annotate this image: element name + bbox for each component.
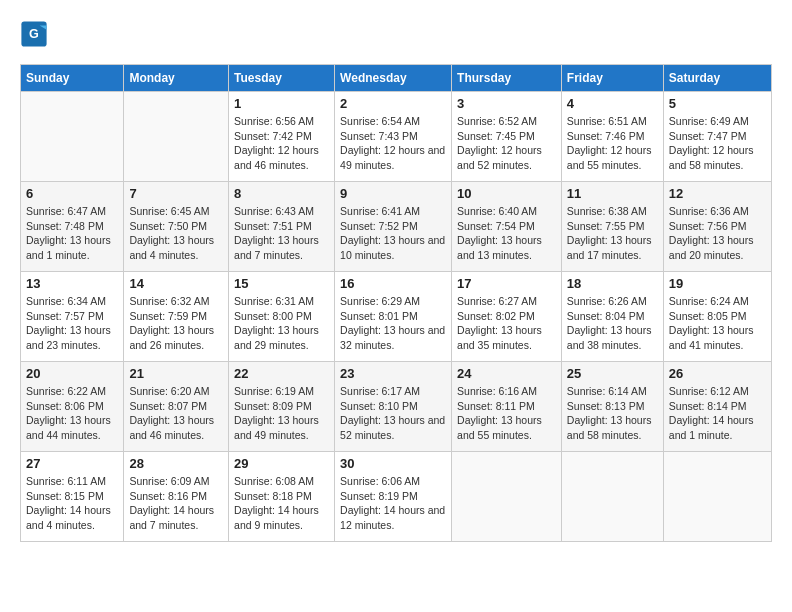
calendar-cell: 20Sunrise: 6:22 AM Sunset: 8:06 PM Dayli…	[21, 362, 124, 452]
day-info: Sunrise: 6:47 AM Sunset: 7:48 PM Dayligh…	[26, 204, 118, 263]
calendar-week-row: 27Sunrise: 6:11 AM Sunset: 8:15 PM Dayli…	[21, 452, 772, 542]
day-number: 24	[457, 366, 556, 381]
calendar-cell: 12Sunrise: 6:36 AM Sunset: 7:56 PM Dayli…	[663, 182, 771, 272]
calendar-cell: 10Sunrise: 6:40 AM Sunset: 7:54 PM Dayli…	[452, 182, 562, 272]
calendar-cell: 16Sunrise: 6:29 AM Sunset: 8:01 PM Dayli…	[335, 272, 452, 362]
calendar-cell	[452, 452, 562, 542]
day-info: Sunrise: 6:09 AM Sunset: 8:16 PM Dayligh…	[129, 474, 223, 533]
day-number: 29	[234, 456, 329, 471]
day-number: 4	[567, 96, 658, 111]
day-number: 19	[669, 276, 766, 291]
calendar-cell	[21, 92, 124, 182]
day-number: 8	[234, 186, 329, 201]
day-info: Sunrise: 6:27 AM Sunset: 8:02 PM Dayligh…	[457, 294, 556, 353]
day-info: Sunrise: 6:11 AM Sunset: 8:15 PM Dayligh…	[26, 474, 118, 533]
day-number: 16	[340, 276, 446, 291]
day-info: Sunrise: 6:52 AM Sunset: 7:45 PM Dayligh…	[457, 114, 556, 173]
day-info: Sunrise: 6:14 AM Sunset: 8:13 PM Dayligh…	[567, 384, 658, 443]
logo: G	[20, 20, 52, 48]
calendar-cell: 22Sunrise: 6:19 AM Sunset: 8:09 PM Dayli…	[229, 362, 335, 452]
calendar-cell	[561, 452, 663, 542]
day-number: 12	[669, 186, 766, 201]
day-number: 26	[669, 366, 766, 381]
day-number: 21	[129, 366, 223, 381]
calendar-header-row: SundayMondayTuesdayWednesdayThursdayFrid…	[21, 65, 772, 92]
calendar-cell: 30Sunrise: 6:06 AM Sunset: 8:19 PM Dayli…	[335, 452, 452, 542]
calendar-cell: 24Sunrise: 6:16 AM Sunset: 8:11 PM Dayli…	[452, 362, 562, 452]
calendar-cell: 28Sunrise: 6:09 AM Sunset: 8:16 PM Dayli…	[124, 452, 229, 542]
day-number: 15	[234, 276, 329, 291]
day-info: Sunrise: 6:29 AM Sunset: 8:01 PM Dayligh…	[340, 294, 446, 353]
day-number: 18	[567, 276, 658, 291]
calendar-table: SundayMondayTuesdayWednesdayThursdayFrid…	[20, 64, 772, 542]
day-info: Sunrise: 6:12 AM Sunset: 8:14 PM Dayligh…	[669, 384, 766, 443]
calendar-cell: 2Sunrise: 6:54 AM Sunset: 7:43 PM Daylig…	[335, 92, 452, 182]
calendar-cell: 29Sunrise: 6:08 AM Sunset: 8:18 PM Dayli…	[229, 452, 335, 542]
day-info: Sunrise: 6:43 AM Sunset: 7:51 PM Dayligh…	[234, 204, 329, 263]
day-info: Sunrise: 6:19 AM Sunset: 8:09 PM Dayligh…	[234, 384, 329, 443]
day-info: Sunrise: 6:08 AM Sunset: 8:18 PM Dayligh…	[234, 474, 329, 533]
calendar-cell: 14Sunrise: 6:32 AM Sunset: 7:59 PM Dayli…	[124, 272, 229, 362]
day-number: 5	[669, 96, 766, 111]
svg-text:G: G	[29, 27, 39, 41]
calendar-cell	[124, 92, 229, 182]
day-info: Sunrise: 6:54 AM Sunset: 7:43 PM Dayligh…	[340, 114, 446, 173]
day-number: 28	[129, 456, 223, 471]
day-info: Sunrise: 6:34 AM Sunset: 7:57 PM Dayligh…	[26, 294, 118, 353]
day-info: Sunrise: 6:56 AM Sunset: 7:42 PM Dayligh…	[234, 114, 329, 173]
calendar-day-header: Thursday	[452, 65, 562, 92]
day-number: 6	[26, 186, 118, 201]
day-number: 14	[129, 276, 223, 291]
page-header: G	[20, 20, 772, 48]
day-info: Sunrise: 6:45 AM Sunset: 7:50 PM Dayligh…	[129, 204, 223, 263]
day-info: Sunrise: 6:40 AM Sunset: 7:54 PM Dayligh…	[457, 204, 556, 263]
calendar-day-header: Sunday	[21, 65, 124, 92]
day-number: 11	[567, 186, 658, 201]
calendar-cell: 25Sunrise: 6:14 AM Sunset: 8:13 PM Dayli…	[561, 362, 663, 452]
day-info: Sunrise: 6:49 AM Sunset: 7:47 PM Dayligh…	[669, 114, 766, 173]
logo-icon: G	[20, 20, 48, 48]
day-info: Sunrise: 6:41 AM Sunset: 7:52 PM Dayligh…	[340, 204, 446, 263]
day-info: Sunrise: 6:17 AM Sunset: 8:10 PM Dayligh…	[340, 384, 446, 443]
calendar-cell: 11Sunrise: 6:38 AM Sunset: 7:55 PM Dayli…	[561, 182, 663, 272]
day-info: Sunrise: 6:16 AM Sunset: 8:11 PM Dayligh…	[457, 384, 556, 443]
day-info: Sunrise: 6:06 AM Sunset: 8:19 PM Dayligh…	[340, 474, 446, 533]
calendar-day-header: Monday	[124, 65, 229, 92]
day-info: Sunrise: 6:36 AM Sunset: 7:56 PM Dayligh…	[669, 204, 766, 263]
calendar-day-header: Saturday	[663, 65, 771, 92]
calendar-cell: 9Sunrise: 6:41 AM Sunset: 7:52 PM Daylig…	[335, 182, 452, 272]
calendar-week-row: 20Sunrise: 6:22 AM Sunset: 8:06 PM Dayli…	[21, 362, 772, 452]
calendar-cell: 15Sunrise: 6:31 AM Sunset: 8:00 PM Dayli…	[229, 272, 335, 362]
day-number: 1	[234, 96, 329, 111]
calendar-day-header: Friday	[561, 65, 663, 92]
day-number: 22	[234, 366, 329, 381]
day-info: Sunrise: 6:26 AM Sunset: 8:04 PM Dayligh…	[567, 294, 658, 353]
day-info: Sunrise: 6:51 AM Sunset: 7:46 PM Dayligh…	[567, 114, 658, 173]
calendar-week-row: 13Sunrise: 6:34 AM Sunset: 7:57 PM Dayli…	[21, 272, 772, 362]
day-number: 2	[340, 96, 446, 111]
calendar-cell: 8Sunrise: 6:43 AM Sunset: 7:51 PM Daylig…	[229, 182, 335, 272]
day-number: 13	[26, 276, 118, 291]
day-info: Sunrise: 6:31 AM Sunset: 8:00 PM Dayligh…	[234, 294, 329, 353]
calendar-cell	[663, 452, 771, 542]
calendar-cell: 5Sunrise: 6:49 AM Sunset: 7:47 PM Daylig…	[663, 92, 771, 182]
calendar-cell: 21Sunrise: 6:20 AM Sunset: 8:07 PM Dayli…	[124, 362, 229, 452]
day-info: Sunrise: 6:38 AM Sunset: 7:55 PM Dayligh…	[567, 204, 658, 263]
day-number: 25	[567, 366, 658, 381]
calendar-cell: 3Sunrise: 6:52 AM Sunset: 7:45 PM Daylig…	[452, 92, 562, 182]
calendar-cell: 17Sunrise: 6:27 AM Sunset: 8:02 PM Dayli…	[452, 272, 562, 362]
calendar-cell: 27Sunrise: 6:11 AM Sunset: 8:15 PM Dayli…	[21, 452, 124, 542]
calendar-cell: 19Sunrise: 6:24 AM Sunset: 8:05 PM Dayli…	[663, 272, 771, 362]
calendar-cell: 6Sunrise: 6:47 AM Sunset: 7:48 PM Daylig…	[21, 182, 124, 272]
day-info: Sunrise: 6:22 AM Sunset: 8:06 PM Dayligh…	[26, 384, 118, 443]
calendar-cell: 18Sunrise: 6:26 AM Sunset: 8:04 PM Dayli…	[561, 272, 663, 362]
day-number: 27	[26, 456, 118, 471]
calendar-cell: 1Sunrise: 6:56 AM Sunset: 7:42 PM Daylig…	[229, 92, 335, 182]
calendar-cell: 7Sunrise: 6:45 AM Sunset: 7:50 PM Daylig…	[124, 182, 229, 272]
day-info: Sunrise: 6:24 AM Sunset: 8:05 PM Dayligh…	[669, 294, 766, 353]
day-number: 3	[457, 96, 556, 111]
day-info: Sunrise: 6:20 AM Sunset: 8:07 PM Dayligh…	[129, 384, 223, 443]
calendar-day-header: Tuesday	[229, 65, 335, 92]
calendar-cell: 23Sunrise: 6:17 AM Sunset: 8:10 PM Dayli…	[335, 362, 452, 452]
day-number: 10	[457, 186, 556, 201]
